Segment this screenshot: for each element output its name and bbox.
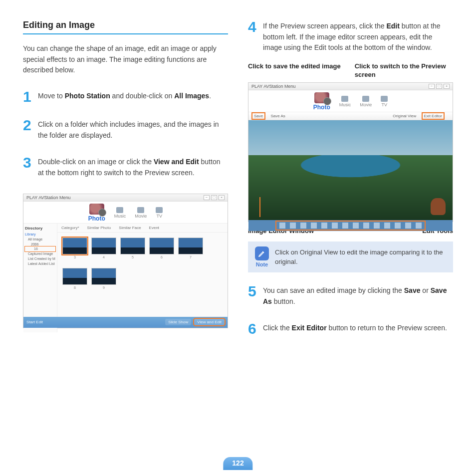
edit-tool-icon[interactable]	[395, 223, 401, 229]
thumbnail[interactable]	[120, 238, 145, 254]
step-number: 6	[248, 322, 259, 335]
edit-tool-icon[interactable]	[290, 223, 296, 229]
page-number: 122	[223, 457, 252, 470]
tab-movie[interactable]: Movie	[135, 207, 147, 219]
camera-icon	[89, 204, 104, 215]
note-label: Note	[255, 261, 269, 267]
step-number: 5	[248, 284, 259, 307]
edit-tool-icon[interactable]	[353, 223, 359, 229]
sidebar-item[interactable]: List Created by M	[25, 256, 55, 261]
tab-photo[interactable]: Photo	[88, 204, 105, 222]
edit-tool-icon[interactable]	[300, 223, 306, 229]
pencil-icon	[255, 246, 269, 260]
tab-music[interactable]: Music	[114, 207, 126, 219]
step-text: If the Preview screen appears, click the…	[263, 20, 453, 53]
step-number: 2	[23, 118, 34, 141]
thumbnail-grid: 3 4 5 6 7 8 9	[57, 233, 228, 303]
tab-photo[interactable]: Photo	[313, 92, 330, 111]
exit-editor-button[interactable]: Exit Editor	[423, 113, 444, 119]
close-icon[interactable]: ×	[444, 84, 450, 89]
thumbnail[interactable]	[149, 238, 174, 254]
step-number: 1	[23, 90, 34, 103]
note-text: Click on Original View to edit the image…	[275, 246, 446, 267]
callout-line	[259, 197, 260, 217]
minimize-icon[interactable]: −	[204, 195, 210, 200]
slide-show-button[interactable]: Slide Show	[165, 319, 191, 325]
sidebar-item[interactable]: Library	[25, 232, 55, 237]
step-1: 1 Move to Photo Station and double-click…	[23, 90, 228, 103]
tab-tv[interactable]: TV	[381, 96, 388, 107]
step-text: Double-click on an image or click the Vi…	[38, 156, 228, 178]
movie-icon	[137, 207, 144, 213]
annotation-preview: Click to switch to the Preview screen	[355, 62, 453, 79]
filter-tabs: Category* Similar Photo Similar Face Eve…	[57, 224, 228, 233]
edit-tool-icon[interactable]	[279, 223, 285, 229]
step-text: Click on a folder which includes images,…	[38, 118, 228, 141]
sidebar-item[interactable]: 2006	[25, 242, 55, 247]
annotation-save: Click to save the edited image	[248, 62, 341, 79]
thumbnail[interactable]	[62, 238, 87, 254]
close-icon[interactable]: ×	[219, 195, 225, 200]
app-tabs: Photo Music Movie TV	[23, 202, 228, 224]
step-text: Move to Photo Station and double-click o…	[38, 90, 211, 103]
save-button[interactable]: Save	[252, 113, 264, 119]
step-text: You can save an edited image by clicking…	[263, 284, 453, 307]
edit-tools-row	[276, 222, 425, 230]
edit-tool-icon[interactable]	[405, 223, 411, 229]
edit-tool-icon[interactable]	[384, 223, 390, 229]
sidebar-item[interactable]: All Image	[25, 237, 55, 242]
edit-tool-icon[interactable]	[374, 223, 380, 229]
step-text: Click the Exit Editor button to return t…	[263, 322, 447, 335]
tv-icon	[381, 96, 388, 102]
thumbnail[interactable]	[91, 238, 116, 254]
edit-tool-icon[interactable]	[311, 223, 317, 229]
edit-tool-icon[interactable]	[321, 223, 327, 229]
directory-sidebar: Directory Library All Image 2006 16 Capt…	[23, 224, 57, 332]
camera-icon	[314, 92, 329, 103]
step-5: 5 You can save an edited image by clicki…	[248, 284, 453, 307]
sidebar-item[interactable]: 16	[25, 246, 55, 251]
filter-tab[interactable]: Category*	[61, 226, 79, 230]
maximize-icon[interactable]: □	[211, 195, 217, 200]
step-6: 6 Click the Exit Editor button to return…	[248, 322, 453, 335]
step-3: 3 Double-click on an image or click the …	[23, 156, 228, 178]
thumbnail[interactable]	[178, 238, 203, 254]
app-tabs: Photo Music Movie TV	[248, 90, 453, 112]
step-4: 4 If the Preview screen appears, click t…	[248, 20, 453, 53]
edit-tool-icon[interactable]	[416, 223, 422, 229]
editor-bottom-bar	[248, 220, 453, 231]
tv-icon	[156, 207, 163, 213]
filter-tab[interactable]: Event	[149, 226, 159, 230]
window-titlebar: PLAY AVStation Menu − □ ×	[248, 83, 453, 90]
view-and-edit-button[interactable]: View and Edit	[194, 319, 225, 325]
music-icon	[341, 96, 348, 102]
tab-music[interactable]: Music	[339, 96, 351, 107]
intro-text: You can change the shape of an image, ed…	[23, 43, 228, 76]
screenshot-photo-station: PLAY AVStation Menu − □ × Photo Music Mo…	[23, 194, 228, 328]
sidebar-item[interactable]: Captured Image	[25, 251, 55, 256]
window-title: PLAY AVStation Menu	[251, 84, 296, 89]
filter-tab[interactable]: Similar Face	[119, 226, 141, 230]
start-edit-label: Start Edit	[26, 320, 43, 324]
annotation-row: Click to save the edited image Click to …	[248, 62, 453, 79]
editor-canvas	[248, 120, 453, 220]
tab-movie[interactable]: Movie	[360, 96, 372, 107]
edit-tool-icon[interactable]	[342, 223, 348, 229]
filter-tab[interactable]: Similar Photo	[87, 226, 111, 230]
edit-tool-icon[interactable]	[363, 223, 369, 229]
maximize-icon[interactable]: □	[436, 84, 442, 89]
step-2: 2 Click on a folder which includes image…	[23, 118, 228, 141]
bottom-bar: Start Edit Slide Show View and Edit	[23, 317, 228, 328]
original-view-button[interactable]: Original View	[393, 114, 416, 118]
image-content	[431, 198, 446, 215]
sidebar-item[interactable]: Latest Added List	[25, 261, 55, 266]
tab-tv[interactable]: TV	[156, 207, 163, 219]
movie-icon	[362, 96, 369, 102]
window-title: PLAY AVStation Menu	[26, 195, 71, 200]
thumbnail[interactable]	[91, 268, 116, 285]
edit-tool-icon[interactable]	[332, 223, 338, 229]
thumbnail[interactable]	[62, 268, 87, 285]
save-as-button[interactable]: Save As	[270, 114, 285, 118]
minimize-icon[interactable]: −	[429, 84, 435, 89]
section-heading: Editing an Image	[23, 20, 228, 34]
